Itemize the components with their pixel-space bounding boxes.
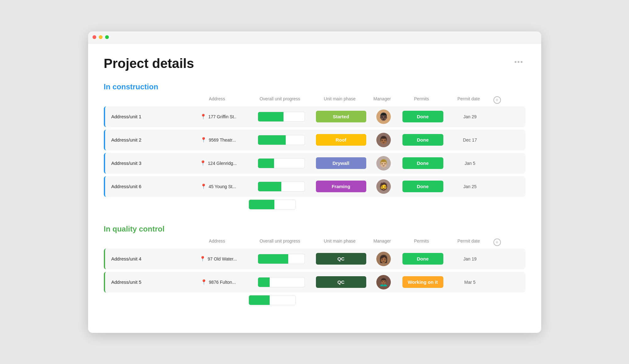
unit-name: Address/unit 6 [105,184,187,189]
progress-bar [258,182,305,192]
section-quality: In quality controlAddressOverall unit pr… [104,225,525,305]
address-cell: 📍45 Young St... [187,183,250,189]
progress-bar [258,277,305,287]
phase-badge: Drywall [316,157,366,169]
date-cell: Jan 29 [448,114,492,119]
unit-name: Address/unit 3 [105,160,187,166]
header-cell: Manager [368,96,396,104]
permit-date: Jan 29 [463,114,476,119]
progress-cell [250,135,313,145]
header-cell: Unit main phase [312,238,368,246]
address-text: 97 Old Water... [208,256,237,261]
header-cell: Address [186,238,249,246]
permit-date: Dec 17 [463,137,477,143]
permit-badge: Done [402,157,443,169]
progress-cell [250,277,313,287]
phase-badge: QC [316,253,366,265]
content-area: Project details ••• In constructionAddre… [88,43,541,333]
progress-cell [250,112,313,122]
summary-progress-bar [249,295,296,305]
header-cell: Permit date [447,96,491,104]
manager-cell: 👨🏿 [369,109,398,124]
close-button[interactable] [93,35,96,39]
table-row[interactable]: Address/unit 4📍97 Old Water...QC👩🏾DoneJa… [104,249,525,269]
permit-date: Jan 25 [463,184,476,189]
date-cell: Dec 17 [448,137,492,143]
date-cell: Jan 5 [448,161,492,166]
address-cell: 📍97 Old Water... [187,256,250,262]
location-icon: 📍 [200,183,207,189]
location-icon: 📍 [199,256,206,262]
address-text: 124 Glenridg... [208,161,237,166]
sections-container: In constructionAddressOverall unit progr… [104,82,525,305]
header-cell[interactable]: + [491,238,503,246]
header-cell [104,96,186,104]
progress-bar [258,135,305,145]
progress-bar [258,112,305,122]
section-title-quality: In quality control [104,225,525,233]
unit-name: Address/unit 4 [105,256,187,261]
manager-cell: 👩🏾 [369,252,398,266]
avatar: 👨🏾 [376,133,391,147]
permit-badge: Done [402,134,443,146]
location-icon: 📍 [200,114,206,120]
header-cell: Overall unit progress [249,238,312,246]
summary-progress-row [104,199,525,210]
date-cell: Jan 19 [448,256,492,261]
table-header: AddressOverall unit progressUnit main ph… [104,238,525,249]
permit-cell: Done [398,157,448,169]
progress-fill [258,182,281,191]
avatar: 👨🏾‍🦱 [376,275,391,289]
date-cell: Mar 5 [448,280,492,285]
phase-badge: Framing [316,181,366,192]
phase-cell: Roof [313,134,369,146]
header-cell: Overall unit progress [249,96,312,104]
location-icon: 📍 [200,137,207,143]
table-header: AddressOverall unit progressUnit main ph… [104,96,525,106]
address-text: 9876 Fulton... [209,280,236,285]
summary-progress-fill [249,200,274,209]
permit-cell: Done [398,111,448,122]
table-row[interactable]: Address/unit 1📍177 Griffin St..Started👨🏿… [104,106,525,127]
address-cell: 📍9876 Fulton... [187,279,250,285]
progress-fill [258,159,274,168]
progress-fill [258,254,288,264]
summary-progress-fill [249,295,270,305]
unit-name: Address/unit 2 [105,137,187,143]
address-cell: 📍177 Griffin St.. [187,114,250,120]
phase-cell: Framing [313,181,369,192]
table-row[interactable]: Address/unit 3📍124 Glenridg...Drywall👨🏼D… [104,153,525,174]
permit-cell: Done [398,253,448,265]
address-text: 45 Young St... [209,184,236,189]
header-cell[interactable]: + [491,96,503,104]
section-title-construction: In construction [104,82,525,91]
table-row[interactable]: Address/unit 5📍9876 Fulton...QC👨🏾‍🦱Worki… [104,272,525,293]
phase-cell: Drywall [313,157,369,169]
avatar: 👨🏼 [376,156,391,171]
permit-badge: Done [402,253,443,265]
page-header: Project details ••• [104,56,525,71]
minimize-button[interactable] [99,35,103,39]
manager-cell: 🧔 [369,179,398,194]
header-cell: Unit main phase [312,96,368,104]
unit-name: Address/unit 5 [105,279,187,285]
header-cell: Permits [396,96,447,104]
permit-cell: Working on it [398,276,448,288]
table-row[interactable]: Address/unit 6📍45 Young St...Framing🧔Don… [104,176,525,197]
progress-cell [250,158,313,168]
address-text: 9569 Theatr... [209,137,236,143]
progress-fill [258,277,270,287]
app-window: Project details ••• In constructionAddre… [88,31,541,333]
summary-progress-row [104,295,525,305]
more-options-icon[interactable]: ••• [512,56,525,68]
location-icon: 📍 [200,160,206,166]
permit-cell: Done [398,181,448,192]
header-cell: Address [186,96,249,104]
permit-badge: Working on it [402,276,443,288]
permit-badge: Done [402,111,443,122]
maximize-button[interactable] [105,35,109,39]
manager-cell: 👨🏾 [369,133,398,147]
table-row[interactable]: Address/unit 2📍9569 Theatr...Roof👨🏾DoneD… [104,130,525,150]
permit-date: Mar 5 [464,280,476,285]
phase-badge: QC [316,276,366,288]
